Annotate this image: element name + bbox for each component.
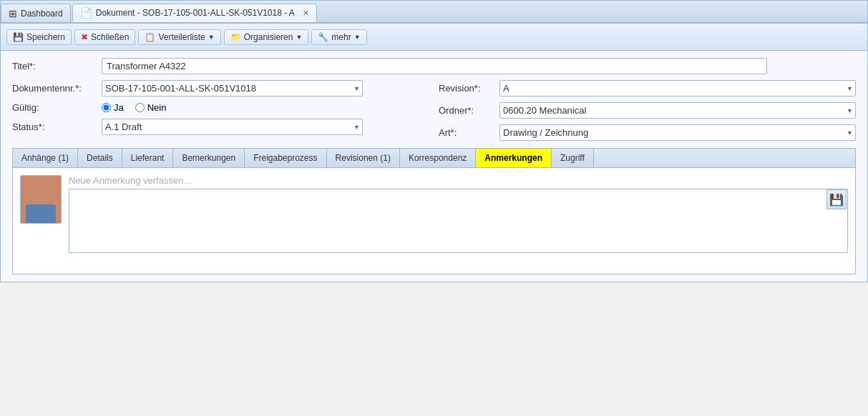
content-tab-4[interactable]: Freigabeprozess [245,149,326,167]
comment-right: Neue Anmerkung verfassen... 💾 [69,175,848,255]
revision-select[interactable]: A [499,80,856,96]
tab-document-label: Dokument - SOB-17-105-001-ALL-SK-051V101… [96,8,295,18]
tab-close-icon[interactable]: ✕ [303,9,309,18]
ja-radio[interactable] [102,103,111,112]
ja-label: Ja [114,102,124,113]
close-label: Schließen [91,32,129,42]
document-icon: 📄 [80,7,92,19]
comment-placeholder: Neue Anmerkung verfassen... [69,175,848,186]
more-label: mehr [331,32,351,42]
save-icon: 💾 [13,32,24,42]
content-tab-1[interactable]: Details [78,149,122,167]
status-label: Status*: [12,122,94,132]
content-tab-3[interactable]: Bemerkungen [173,149,245,167]
nein-radio-label[interactable]: Nein [135,102,167,113]
revision-row: Revision*: A [439,80,856,96]
distribution-button[interactable]: 📋 Verteilerliste ▼ [138,29,220,45]
tab-dashboard[interactable]: ⊞ Dashboard [1,4,71,22]
content-tab-6[interactable]: Korrespondenz [400,149,476,167]
save-comment-button[interactable]: 💾 [826,189,847,209]
gueltig-radio-group: Ja Nein [102,102,166,113]
toolbar: 💾 Speichern ✖ Schließen 📋 Verteilerliste… [1,24,867,51]
content-tab-8[interactable]: Zugriff [552,149,594,167]
revision-label: Revision*: [439,83,492,94]
nein-radio[interactable] [135,103,145,112]
comment-area: Neue Anmerkung verfassen... 💾 [20,175,848,255]
ja-radio-label[interactable]: Ja [102,102,124,113]
save-comment-icon: 💾 [829,193,844,207]
title-label: Titel*: [12,61,94,71]
gueltig-row: Gültig: Ja Nein [12,102,427,113]
form-columns: Dokumentennr.*: SOB-17-105-001-ALL-SK-05… [12,80,856,147]
ordner-select[interactable]: 0600.20 Mechanical [499,102,856,119]
save-button[interactable]: 💾 Speichern [6,29,72,45]
docnr-row: Dokumentennr.*: SOB-17-105-001-ALL-SK-05… [12,80,427,96]
tab-dashboard-label: Dashboard [21,9,63,19]
distribution-icon: 📋 [145,32,155,42]
content-tab-5[interactable]: Revisionen (1) [327,149,400,167]
comment-textarea[interactable] [69,189,848,253]
docnr-select[interactable]: SOB-17-105-001-ALL-SK-051V1018 [102,80,363,96]
status-row: Status*: A.1 Draft [12,119,427,135]
tab-document[interactable]: 📄 Dokument - SOB-17-105-001-ALL-SK-051V1… [72,4,317,22]
distribution-chevron-icon: ▼ [208,34,215,41]
avatar-image [21,176,61,223]
avatar [20,175,62,224]
save-label: Speichern [26,32,65,42]
content-tab-0[interactable]: Anhänge (1) [13,149,78,167]
title-input[interactable] [102,58,767,74]
content-tab-7[interactable]: Anmerkungen [476,149,552,167]
app-window: ⊞ Dashboard 📄 Dokument - SOB-17-105-001-… [0,0,868,282]
organize-button[interactable]: 📁 Organisieren ▼ [224,29,309,45]
organize-label: Organisieren [244,32,293,42]
more-chevron-icon: ▼ [354,34,361,41]
form-col-right: Revision*: A Ordner*: 0600.20 Mechanical [439,80,856,147]
close-icon: ✖ [81,32,88,42]
form-col-left: Dokumentennr.*: SOB-17-105-001-ALL-SK-05… [12,80,427,147]
more-icon: 🔧 [318,32,328,42]
art-select[interactable]: Drawing / Zeichnung [499,124,856,141]
ordner-label: Ordner*: [439,105,492,116]
main-content: Titel*: Dokumentennr.*: SOB-17-105-001-A… [1,51,867,282]
distribution-label: Verteilerliste [158,32,205,42]
title-row: Titel*: [12,58,856,74]
content-tabs: Anhänge (1)DetailsLieferantBemerkungenFr… [12,148,856,167]
organize-chevron-icon: ▼ [296,34,302,41]
content-tab-2[interactable]: Lieferant [122,149,174,167]
tab-bar: ⊞ Dashboard 📄 Dokument - SOB-17-105-001-… [1,1,867,24]
organize-icon: 📁 [230,32,241,42]
tab-panel: Neue Anmerkung verfassen... 💾 [12,167,856,274]
more-button[interactable]: 🔧 mehr ▼ [311,29,366,45]
art-label: Art*: [439,127,492,138]
close-button[interactable]: ✖ Schließen [74,29,135,45]
docnr-label: Dokumentennr.*: [12,83,94,94]
dashboard-icon: ⊞ [9,8,17,19]
ordner-row: Ordner*: 0600.20 Mechanical [439,102,856,119]
nein-label: Nein [147,102,167,113]
gueltig-label: Gültig: [12,102,94,113]
status-select[interactable]: A.1 Draft [102,119,363,135]
art-row: Art*: Drawing / Zeichnung [439,124,856,141]
